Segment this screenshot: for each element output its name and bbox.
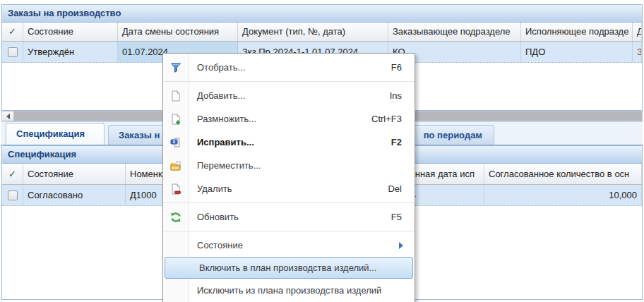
orders-check-column-header[interactable]: ✓ [2,23,23,41]
spec-check-column-header[interactable]: ✓ [2,164,23,184]
menu-item-refresh[interactable]: Обновить F5 [163,205,415,229]
menu-item-include-in-plan[interactable]: Включить в план производства изделий... [165,257,413,279]
duplicate-page-icon [163,114,189,125]
orders-panel-title: Заказы на производство [2,5,642,23]
orders-column-executing-department[interactable]: Исполняющее подразде [521,23,633,41]
orders-column-ordering-department[interactable]: Заказывающее подразделе [388,23,521,41]
app-window: Заказы на производство ✓ Состояние Дата … [0,0,644,302]
spec-cell-state[interactable]: Согласовано [23,185,126,205]
orders-cell-executing-department[interactable]: ПДО [521,42,633,62]
scroll-left-button[interactable] [2,111,14,121]
orders-column-state[interactable]: Состояние [23,23,118,41]
spec-column-state[interactable]: Состояние [23,164,126,184]
menu-separator [163,229,415,234]
menu-item-state[interactable]: Состояние [163,234,415,257]
orders-cell-state[interactable]: Утверждён [23,42,118,62]
orders-column-state-change-date[interactable]: Дата смены состояния [118,23,238,41]
checkbox-icon [8,191,18,200]
orders-row-checkbox[interactable] [2,42,23,62]
menu-separator [163,79,415,84]
menu-item-filter[interactable]: Отобрать... F6 [163,56,415,79]
orders-column-document[interactable]: Документ (тип, №, дата) [238,23,388,41]
spec-row-checkbox[interactable] [2,185,23,205]
menu-item-add[interactable]: Добавить... Ins [163,84,415,107]
tab-specification[interactable]: Спецификация [6,123,105,145]
refresh-icon [163,212,189,223]
menu-item-delete[interactable]: Удалить Del [163,177,415,200]
filter-icon [163,62,189,73]
orders-cell-extra[interactable]: З [633,42,642,62]
edit-icon [163,137,189,148]
context-menu: Отобрать... F6 Добавить... Ins Размножит… [162,53,415,302]
menu-item-exclude-from-plan[interactable]: Исключить из плана производства изделий [163,279,415,302]
menu-separator [163,200,415,205]
menu-item-move[interactable]: Переместить... [163,154,415,177]
checkbox-icon [8,47,18,57]
orders-column-extra[interactable]: Д [633,23,642,41]
spec-cell-agreed-qty[interactable]: 10,000 [484,185,642,205]
submenu-arrow-icon [399,242,403,249]
spec-column-agreed-qty[interactable]: Согласованное количество в осн [484,164,642,184]
add-page-icon [163,90,189,102]
menu-item-edit[interactable]: Исправить... F2 [163,131,415,154]
delete-page-icon [163,183,189,195]
orders-header-row: ✓ Состояние Дата смены состояния Докумен… [2,23,642,42]
scroll-left-icon [6,114,10,119]
menu-item-duplicate[interactable]: Размножить... Ctrl+F3 [163,107,415,131]
move-folder-icon [163,160,189,171]
